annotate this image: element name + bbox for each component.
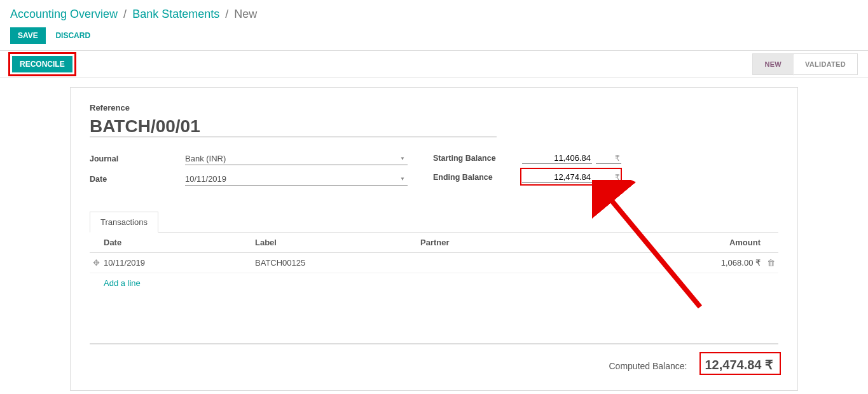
row-date[interactable]: 10/11/2019 <box>102 258 255 268</box>
chevron-down-icon[interactable]: ▼ <box>397 176 408 182</box>
table-row[interactable]: ✥ 10/11/2019 BATCH00125 1,068.00 ₹ 🗑 <box>90 253 778 273</box>
status-new[interactable]: NEW <box>752 53 794 75</box>
save-button[interactable]: SAVE <box>10 27 46 44</box>
starting-balance-label: Starting Balance <box>433 154 522 163</box>
computed-balance-value: 12,474.84 ₹ <box>699 355 778 375</box>
date-label: Date <box>90 175 185 184</box>
computed-balance: Computed Balance: 12,474.84 ₹ <box>90 355 778 375</box>
starting-balance-input[interactable] <box>522 153 592 164</box>
drag-handle-icon[interactable]: ✥ <box>90 258 102 268</box>
status-strip: NEW VALIDATED <box>752 51 858 78</box>
journal-select[interactable]: Bank (INR) ▼ <box>185 153 408 165</box>
chevron-down-icon[interactable]: ▼ <box>397 156 408 161</box>
journal-label: Journal <box>90 154 185 163</box>
grid-header: Date Label Partner Amount <box>90 233 778 253</box>
grid-spacer <box>90 293 778 344</box>
journal-value: Bank (INR) <box>185 154 397 163</box>
date-value: 10/11/2019 <box>185 174 397 184</box>
currency-symbol: ₹ <box>596 172 621 183</box>
col-header-partner: Partner <box>420 238 655 247</box>
date-input-wrap[interactable]: 10/11/2019 ▼ <box>185 173 408 186</box>
transactions-grid: Date Label Partner Amount ✥ 10/11/2019 B… <box>90 232 778 344</box>
reconcile-button[interactable]: RECONCILE <box>12 56 72 72</box>
add-line-button[interactable]: Add a line <box>90 273 778 293</box>
col-header-date: Date <box>102 238 255 247</box>
breadcrumb-root[interactable]: Accounting Overview <box>10 8 118 20</box>
tab-transactions[interactable]: Transactions <box>90 212 158 233</box>
annotation-box-reconcile: RECONCILE <box>8 52 76 76</box>
reference-label: Reference <box>90 103 778 112</box>
discard-button[interactable]: DISCARD <box>48 27 98 44</box>
row-label[interactable]: BATCH00125 <box>255 258 420 268</box>
breadcrumb-section[interactable]: Bank Statements <box>132 8 219 20</box>
trash-icon[interactable]: 🗑 <box>763 258 778 268</box>
tabs: Transactions <box>90 211 778 232</box>
ending-balance-input[interactable] <box>522 172 592 183</box>
col-header-label: Label <box>255 238 420 247</box>
breadcrumb: Accounting Overview / Bank Statements / … <box>0 0 868 25</box>
action-toolbar: RECONCILE NEW VALIDATED <box>0 50 868 78</box>
breadcrumb-current: New <box>234 8 257 20</box>
row-amount[interactable]: 1,068.00 ₹ <box>655 258 763 268</box>
form-sheet: Reference Journal Bank (INR) ▼ Date 10/1… <box>70 87 798 391</box>
computed-balance-label: Computed Balance: <box>609 361 687 371</box>
status-validated[interactable]: VALIDATED <box>794 53 858 75</box>
reference-input[interactable] <box>90 116 497 137</box>
ending-balance-label: Ending Balance <box>433 173 522 182</box>
col-header-amount: Amount <box>655 238 763 247</box>
currency-symbol: ₹ <box>596 153 621 164</box>
breadcrumb-sep: / <box>225 8 228 20</box>
breadcrumb-sep: / <box>123 8 127 20</box>
top-actions: SAVE DISCARD <box>0 25 868 50</box>
